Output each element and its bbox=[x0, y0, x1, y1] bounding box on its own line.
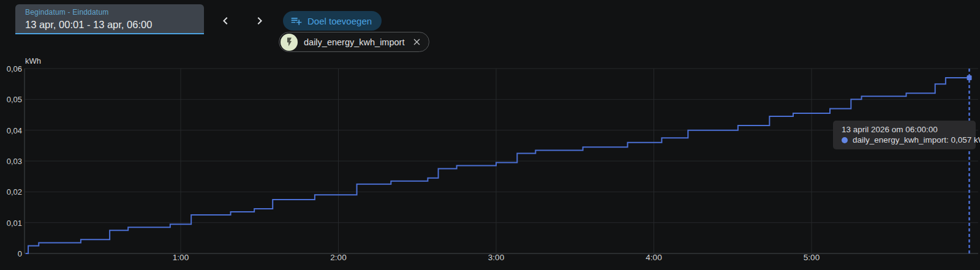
next-period-button[interactable] bbox=[252, 13, 268, 29]
y-tick-label: 0,05 bbox=[0, 95, 22, 104]
x-tick-label: 4:00 bbox=[636, 253, 673, 262]
y-tick-label: 0,01 bbox=[0, 218, 22, 227]
chart-area: kWh 00,010,020,030,040,050,061:002:003:0… bbox=[0, 0, 980, 270]
close-icon bbox=[412, 37, 422, 47]
date-range-field[interactable]: Begindatum - Einddatum 13 apr, 00:01 - 1… bbox=[15, 4, 204, 34]
y-tick-label: 0 bbox=[0, 249, 22, 258]
chevron-right-icon bbox=[252, 13, 267, 28]
chevron-left-icon bbox=[218, 13, 233, 28]
series-color-dot-icon bbox=[842, 137, 848, 143]
tooltip-timestamp: 13 april 2026 om 06:00:00 bbox=[842, 124, 968, 135]
y-tick-label: 0,02 bbox=[0, 187, 22, 197]
date-range-label: Begindatum - Einddatum bbox=[25, 8, 108, 17]
x-tick-label: 5:00 bbox=[793, 253, 830, 262]
y-axis-unit-label: kWh bbox=[25, 56, 41, 66]
energy-statistics-page: kWh 00,010,020,030,040,050,061:002:003:0… bbox=[0, 0, 980, 270]
chip-remove-button[interactable] bbox=[410, 36, 423, 48]
x-tick-label: 2:00 bbox=[320, 253, 357, 262]
entity-avatar bbox=[281, 34, 298, 51]
flash-bolt-icon bbox=[284, 37, 295, 47]
y-tick-label: 0,03 bbox=[0, 157, 22, 166]
previous-period-button[interactable] bbox=[217, 13, 233, 29]
playlist-plus-icon bbox=[290, 15, 303, 27]
add-goal-button[interactable]: Doel toevoegen bbox=[283, 11, 382, 31]
x-tick-label: 1:00 bbox=[162, 253, 199, 262]
y-tick-label: 0,06 bbox=[0, 64, 22, 73]
date-range-value: 13 apr, 00:01 - 13 apr, 06:00 bbox=[25, 19, 152, 31]
y-tick-label: 0,04 bbox=[0, 126, 22, 135]
chart-tooltip: 13 april 2026 om 06:00:00 daily_energy_k… bbox=[833, 121, 976, 149]
tooltip-series-value: daily_energy_kwh_import: 0,057 kWh bbox=[853, 135, 980, 145]
add-goal-label: Doel toevoegen bbox=[307, 16, 372, 26]
entity-chip-label: daily_energy_kwh_import bbox=[304, 37, 404, 47]
x-tick-label: 3:00 bbox=[478, 253, 514, 262]
entity-filter-chip[interactable]: daily_energy_kwh_import bbox=[279, 32, 429, 52]
